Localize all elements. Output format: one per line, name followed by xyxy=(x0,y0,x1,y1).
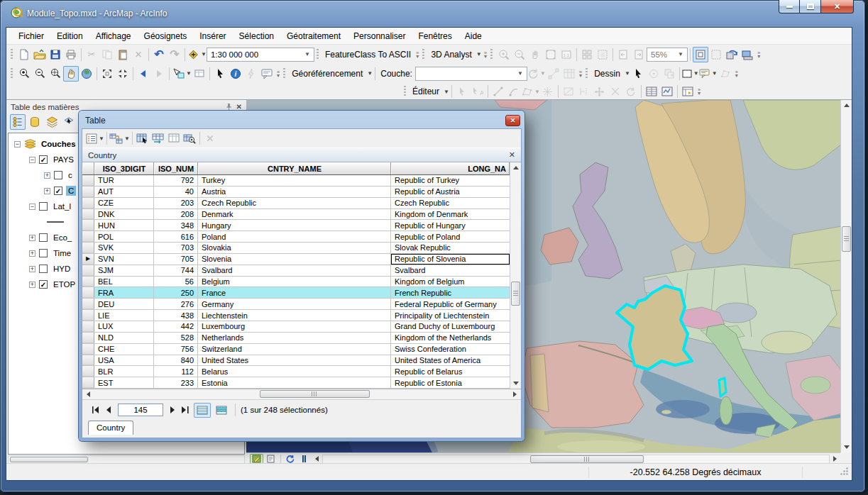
refresh-view-button[interactable] xyxy=(724,47,740,62)
layer-checkbox[interactable] xyxy=(39,233,48,242)
row-selector[interactable] xyxy=(82,187,94,197)
reshape-tool[interactable] xyxy=(561,84,576,99)
zoom-whole-page-button[interactable] xyxy=(543,47,559,62)
table-row-sjm[interactable]: SJM744SvalbardSvalbard xyxy=(82,265,510,277)
collapse-icon[interactable]: − xyxy=(29,157,35,163)
toolbar-overflow-icon[interactable]: ››▾ xyxy=(277,70,279,77)
toolbar-grip[interactable] xyxy=(490,49,493,60)
grid-hscroll-thumb[interactable] xyxy=(260,390,370,398)
new-document-button[interactable] xyxy=(16,47,32,62)
collapse-icon[interactable]: − xyxy=(29,204,35,210)
cell-cntryname[interactable]: Germany xyxy=(198,299,391,309)
cell-isonum[interactable]: 840 xyxy=(154,355,198,366)
cell-cntryname[interactable]: Poland xyxy=(198,231,391,242)
cell-isonum[interactable]: 705 xyxy=(154,254,198,265)
layer-label[interactable]: Couches xyxy=(39,139,78,149)
toolbar-overflow-icon[interactable]: ››▾ xyxy=(735,70,737,77)
html-popup-tool[interactable] xyxy=(259,66,275,82)
row-selector[interactable] xyxy=(82,355,94,366)
cell-iso3[interactable]: TUR xyxy=(94,175,154,186)
cell-iso3[interactable]: USA xyxy=(94,355,154,366)
cell-isonum[interactable]: 348 xyxy=(154,220,198,230)
cell-isonum[interactable]: 276 xyxy=(154,299,198,309)
continuous-zoom-tool[interactable] xyxy=(48,66,63,82)
cell-longname[interactable]: Slovak Republic xyxy=(391,243,510,253)
cell-iso3[interactable]: FRA xyxy=(94,287,154,298)
featureclass-toolbar-label[interactable]: FeatureClass To ASCII xyxy=(325,50,411,60)
layout-zoom-out-button[interactable] xyxy=(512,47,527,62)
editeur-menu[interactable]: Éditeur xyxy=(412,87,439,96)
table-row-svn[interactable]: ▶SVN705SloveniaRepublic of Slovenia xyxy=(82,254,510,265)
3d-analyst-menu[interactable]: 3D Analyst xyxy=(431,50,471,60)
cell-iso3[interactable]: CHE xyxy=(94,344,154,355)
cell-longname[interactable]: Grand Duchy of Luxembourg xyxy=(391,321,510,332)
menu-fenetres[interactable]: Fenêtres xyxy=(412,29,458,43)
header-longname[interactable]: LONG_NA xyxy=(391,162,510,174)
toolbar-grip[interactable] xyxy=(586,68,588,79)
layer-checkbox[interactable]: ✓ xyxy=(39,280,48,289)
print-button[interactable] xyxy=(63,47,79,62)
row-selector[interactable] xyxy=(82,333,94,343)
expand-icon[interactable]: + xyxy=(29,266,35,272)
cell-cntryname[interactable]: Liechtenstein xyxy=(198,310,391,321)
show-all-records-button[interactable] xyxy=(194,403,211,418)
open-button[interactable] xyxy=(32,47,48,62)
minimize-button[interactable] xyxy=(779,0,800,13)
row-selector[interactable] xyxy=(82,366,94,377)
cell-isonum[interactable]: 203 xyxy=(154,198,198,208)
list-by-visibility-button[interactable] xyxy=(44,114,60,130)
list-by-selection-button[interactable] xyxy=(61,114,77,130)
menu-geosignets[interactable]: Géosignets xyxy=(138,29,194,43)
zoom-100-button[interactable]: 1:1 xyxy=(559,47,574,62)
switch-selection-button[interactable] xyxy=(150,130,166,146)
cell-iso3[interactable]: LUX xyxy=(94,321,154,332)
cell-isonum[interactable]: 208 xyxy=(154,209,198,220)
toggle-draft-mode-button[interactable] xyxy=(579,47,595,62)
zoom-percent-combo[interactable]: 55%▼ xyxy=(647,48,688,62)
map-vscrollbar[interactable] xyxy=(840,100,852,452)
cell-longname[interactable]: French Republic xyxy=(391,287,510,298)
layout-zoom-in-button[interactable] xyxy=(496,47,512,62)
select-by-attributes-button[interactable] xyxy=(135,130,150,146)
menu-inserer[interactable]: Insérer xyxy=(193,29,232,43)
cell-longname[interactable]: Republic of Poland xyxy=(391,231,510,242)
row-selector[interactable] xyxy=(82,175,94,186)
full-extent-button[interactable] xyxy=(79,66,94,82)
cell-isonum[interactable]: 56 xyxy=(154,277,198,287)
table-tab-country[interactable]: Country xyxy=(88,421,133,435)
row-selector[interactable] xyxy=(82,198,94,208)
cell-isonum[interactable]: 438 xyxy=(154,310,198,321)
couche-combo[interactable]: ▼ xyxy=(415,67,527,81)
redo-button[interactable]: ↷ xyxy=(167,47,182,62)
table-row-bel[interactable]: BEL56BelgiumKingdom of Belgium xyxy=(82,277,510,288)
cell-longname[interactable]: Kingdom of the Netherlands xyxy=(391,333,510,343)
resize-grip[interactable] xyxy=(840,467,849,478)
row-selector[interactable] xyxy=(82,344,94,355)
cell-cntryname[interactable]: Czech Republic xyxy=(198,198,391,208)
layer-label[interactable] xyxy=(64,221,68,223)
grid-hscrollbar[interactable] xyxy=(82,389,521,400)
cell-cntryname[interactable]: Turkey xyxy=(198,175,391,186)
menu-aide[interactable]: Aide xyxy=(458,29,488,43)
layer-label[interactable]: C xyxy=(66,186,76,196)
clear-selection-button[interactable] xyxy=(166,130,182,146)
zoom-to-selected-button[interactable] xyxy=(182,130,197,146)
cell-isonum[interactable]: 250 xyxy=(154,287,198,298)
select-features-tool[interactable]: ▼ xyxy=(172,66,192,82)
table-row-lie[interactable]: LIE438LiechtensteinPrincipality of Liech… xyxy=(82,310,510,321)
cell-isonum[interactable]: 756 xyxy=(154,344,198,355)
rotate-feature-tool[interactable] xyxy=(623,84,639,99)
row-selector[interactable] xyxy=(82,299,94,309)
cell-cntryname[interactable]: Luxembourg xyxy=(198,321,391,332)
header-cntryname[interactable]: CNTRY_NAME xyxy=(198,162,391,174)
curve-segment-tool[interactable] xyxy=(506,84,522,99)
row-selector[interactable] xyxy=(82,220,94,230)
paste-button[interactable] xyxy=(115,47,131,62)
table-window-titlebar[interactable]: Table ✕ xyxy=(79,111,524,128)
layer-checkbox[interactable] xyxy=(39,249,48,257)
menu-personnaliser[interactable]: Personnaliser xyxy=(347,29,412,43)
cell-longname[interactable]: Principality of Liechtenstein xyxy=(391,310,510,321)
fixed-zoom-in-button[interactable] xyxy=(99,66,115,82)
row-selector[interactable] xyxy=(82,310,94,321)
map-vscroll-thumb[interactable] xyxy=(842,226,851,252)
